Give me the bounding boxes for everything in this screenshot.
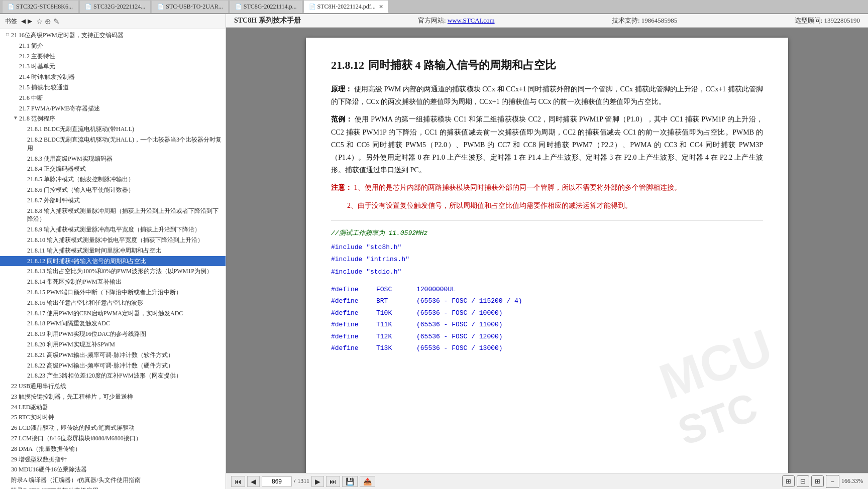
tree-text-s37: 26 LCD液晶驱动，即传统的段式/笔面式屏驱动 (11, 424, 224, 432)
sidebar-item-s42[interactable]: 附录A 编译器（汇编器）/仿真器/头文件使用指南 (0, 475, 226, 485)
sidebar-item-s40[interactable]: 29 增强型双数据指针 (0, 454, 226, 465)
sidebar-item-s41[interactable]: 30 MDU16硬件16位乘除法器 (0, 464, 226, 475)
sidebar-item-s33[interactable]: 22 USB通用串行总线 (0, 381, 226, 392)
define-name-3: T11K (376, 319, 416, 330)
sidebar-item-s16[interactable]: 21.8.7 外部时钟模式 (0, 195, 226, 206)
sidebar-item-s11[interactable]: 21.8.2 BLDC无刷直流电机驱动(无HALL)，一个比较器当3个比较器分时… (0, 135, 226, 154)
tab-5[interactable]: 📄 STC8H-20221124.pdf... ✕ (303, 0, 389, 13)
sidebar-item-s8[interactable]: 21.7 PWMA/PWMB寄存器描述 (0, 103, 226, 114)
tree-text-s7: 21.6 中断 (19, 94, 224, 102)
sidebar-item-s31[interactable]: 21.8.22 高级PWM输出-频率可调-脉冲计数（硬件方式） (0, 360, 226, 371)
tab-1[interactable]: 📄 STC32G-STC8H8K6... (2, 0, 78, 13)
tree-text-s31: 21.8.22 高级PWM输出-频率可调-脉冲计数（硬件方式） (27, 361, 224, 370)
tree-text-s2: 21.1 简介 (19, 42, 224, 50)
yuanli-label: 原理： (331, 85, 352, 93)
include-1: #include "stc8h.h" (331, 242, 763, 253)
tree-text-s34: 23 触摸按键控制器，先工程样片，可少量送样 (11, 393, 224, 401)
sidebar-btn-bookmark[interactable]: ☆ (36, 17, 43, 26)
sidebar-arrow-left[interactable]: ◀ (21, 18, 26, 25)
sidebar-item-s15[interactable]: 21.8.6 门控模式（输入电平使能计数器） (0, 185, 226, 195)
fit-width-button[interactable]: ⊟ (797, 475, 809, 487)
tab-4[interactable]: 📄 STC8G-20221114.p... (230, 0, 302, 13)
sidebar-btn-edit[interactable]: ✎ (53, 17, 60, 26)
share-button[interactable]: 📤 (360, 476, 375, 487)
fit-page-button[interactable]: ⊞ (782, 475, 795, 487)
tree-text-s24: 21.8.15 PWM端口额外中断（下降沿中断或者上升沿中断） (27, 288, 224, 297)
sidebar-item-s37[interactable]: 26 LCD液晶驱动，即传统的段式/笔面式屏驱动 (0, 423, 226, 433)
include-2: #include "intrins.h" (331, 255, 763, 265)
nav-prev-button[interactable]: ◀ (247, 476, 260, 487)
sidebar-item-s38[interactable]: 27 LCM接口（8/16位彩屏模块i8080/M6800接口） (0, 433, 226, 444)
sidebar-item-s25[interactable]: 21.8.16 输出任意占空比和任意占空比的波形 (0, 298, 226, 308)
define-value-5: (65536 - FOSC / 13000) (416, 342, 503, 354)
sidebar-item-s10[interactable]: 21.8.1 BLDC无刷直流电机驱动(带HALL) (0, 124, 226, 135)
sidebar-item-s17[interactable]: 21.8.8 输入捕获模式测量脉冲周期（捕获上升沿到上升沿或者下降沿到下降沿） (0, 206, 226, 225)
sidebar-item-s4[interactable]: 21.3 时基单元 (0, 61, 226, 72)
sidebar-item-s5[interactable]: 21.4 时钟/触发控制器 (0, 72, 226, 82)
section-number: 21.8.12 (331, 59, 364, 72)
sidebar-item-s19[interactable]: 21.8.10 输入捕获模式测量脉冲低电平宽度（捕获下降沿到上升沿） (0, 235, 226, 246)
define-name-1: BRT (376, 295, 416, 307)
sidebar-item-s28[interactable]: 21.8.19 利用PWM实现16位DAC的参考线路图 (0, 329, 226, 339)
sidebar-item-s35[interactable]: 24 LED驱动器 (0, 402, 226, 413)
fanli-text: 使用 PWMA 的第一组捕获模块 CC1 和第二组捕获模块 CC2，同时捕获 P… (331, 115, 763, 174)
sidebar-item-s13[interactable]: 21.8.4 正交编码器模式 (0, 164, 226, 174)
tree-text-s43: 附录B STC-ISP下载软件高级应用 (11, 486, 224, 489)
fanli-label: 范例： (331, 115, 353, 123)
sidebar-item-s3[interactable]: 21.2 主要特性 (0, 51, 226, 62)
zoom-grid-button[interactable]: ⊞ (811, 475, 824, 487)
sidebar-item-s7[interactable]: 21.6 中断 (0, 93, 226, 103)
sidebar-item-s6[interactable]: 21.5 捕获/比较通道 (0, 82, 226, 93)
tab-2[interactable]: 📄 STC32G-20221124... (79, 0, 151, 13)
sidebar-item-s23[interactable]: 21.8.14 带死区控制的PWM互补输出 (0, 277, 226, 287)
save-button[interactable]: 💾 (342, 476, 358, 487)
zhuyii-block: 注意： 1、使用的是芯片内部的两路捕获模块同时捕获外部的同一个管脚，所以不需要将… (331, 181, 763, 194)
sidebar-item-s26[interactable]: 21.8.17 使用PWM的CEN启动PWMA定时器，实时触发ADC (0, 308, 226, 319)
sidebar-item-s12[interactable]: 21.8.3 使用高级PWM实现编码器 (0, 154, 226, 164)
sidebar-toolbar: 书签 ◀ ▶ ☆ ⊕ ✎ (0, 14, 226, 29)
tab-2-label: STC32G-20221124... (93, 3, 145, 11)
sidebar-item-s29[interactable]: 21.8.20 利用PWM实现互补SPWM (0, 339, 226, 350)
sidebar-item-s14[interactable]: 21.8.5 单脉冲模式（触发控制脉冲输出） (0, 174, 226, 185)
tree-toggle-s1[interactable]: □ (4, 31, 11, 38)
sidebar-item-s22[interactable]: 21.8.13 输出占空比为100%和0%的PWM波形的方法（以PWM1P为例） (0, 266, 226, 277)
sidebar-item-s30[interactable]: 21.8.21 高级PWM输出-频率可调-脉冲计数（软件方式） (0, 350, 226, 360)
sidebar-btn-add[interactable]: ⊕ (45, 17, 51, 26)
sidebar-item-s20[interactable]: 21.8.11 输入捕获模式测量时间里脉冲周期和占空比 (0, 246, 226, 256)
tree-text-s1: 21 16位高级PWM定时器，支持正交编码器 (11, 31, 224, 40)
pdf-area: STC8H 系列技术手册 官方网站: www.STCAI.com 技术支持: 1… (226, 14, 868, 489)
pdf-icon-4: 📄 (235, 4, 242, 10)
tree-text-s4: 21.3 时基单元 (19, 62, 224, 71)
tree-text-s39: 28 DMA（批量数据传输） (11, 445, 224, 453)
sidebar-item-s2[interactable]: 21.1 简介 (0, 41, 226, 51)
define-row-4: #defineT12K(65536 - FOSC / 12000) (331, 331, 763, 342)
nav-first-button[interactable]: ⏮ (231, 476, 245, 487)
tab-5-close[interactable]: ✕ (379, 4, 383, 10)
tab-3[interactable]: 📄 STC-USB-TO-2UAR... (152, 0, 228, 13)
sidebar-arrow-right[interactable]: ▶ (28, 18, 32, 25)
tree-text-s42: 附录A 编译器（汇编器）/仿真器/头文件使用指南 (11, 476, 224, 484)
sidebar-item-s21[interactable]: 21.8.12 同时捕获4路输入信号的周期和占空比 (0, 256, 226, 267)
sidebar-item-s43[interactable]: 附录B STC-ISP下载软件高级应用 (0, 485, 226, 489)
tree-toggle-s9[interactable]: ▼ (12, 114, 19, 121)
sidebar-item-s34[interactable]: 23 触摸按键控制器，先工程样片，可少量送样 (0, 392, 226, 402)
website-url[interactable]: www.STCAI.com (448, 17, 495, 24)
sidebar-item-s27[interactable]: 21.8.18 PWM间隔重复触发ADC (0, 318, 226, 329)
tree-text-s13: 21.8.4 正交编码器模式 (27, 165, 224, 173)
sidebar-item-s1[interactable]: □21 16位高级PWM定时器，支持正交编码器 (0, 30, 226, 41)
nav-last-button[interactable]: ⏭ (326, 476, 340, 487)
sidebar-item-s24[interactable]: 21.8.15 PWM端口额外中断（下降沿中断或者上升沿中断） (0, 287, 226, 298)
tree-text-s3: 21.2 主要特性 (19, 52, 224, 61)
sidebar-item-s32[interactable]: 21.8.23 产生3路相位差120度的互补PWM波形（网友提供） (0, 371, 226, 381)
sidebar-item-s39[interactable]: 28 DMA（批量数据传输） (0, 444, 226, 454)
sidebar-item-s18[interactable]: 21.8.9 输入捕获模式测量脉冲高电平宽度（捕获上升沿到下降沿） (0, 224, 226, 235)
page-number-input[interactable] (262, 476, 292, 486)
sidebar-item-s36[interactable]: 25 RTC实时时钟 (0, 412, 226, 423)
pdf-content: STC MCU 21.8.12 同时捕获 4 路输入信号的周期和占空比 原理： … (226, 28, 868, 473)
nav-next-button[interactable]: ▶ (311, 476, 324, 487)
define-value-1: (65536 - FOSC / 115200 / 4) (416, 295, 522, 307)
define-value-2: (65536 - FOSC / 10000) (416, 307, 503, 319)
sidebar-item-s9[interactable]: ▼21.8 范例程序 (0, 113, 226, 124)
zoom-out-button[interactable]: － (826, 475, 839, 488)
define-keyword-4: #define (331, 331, 376, 342)
